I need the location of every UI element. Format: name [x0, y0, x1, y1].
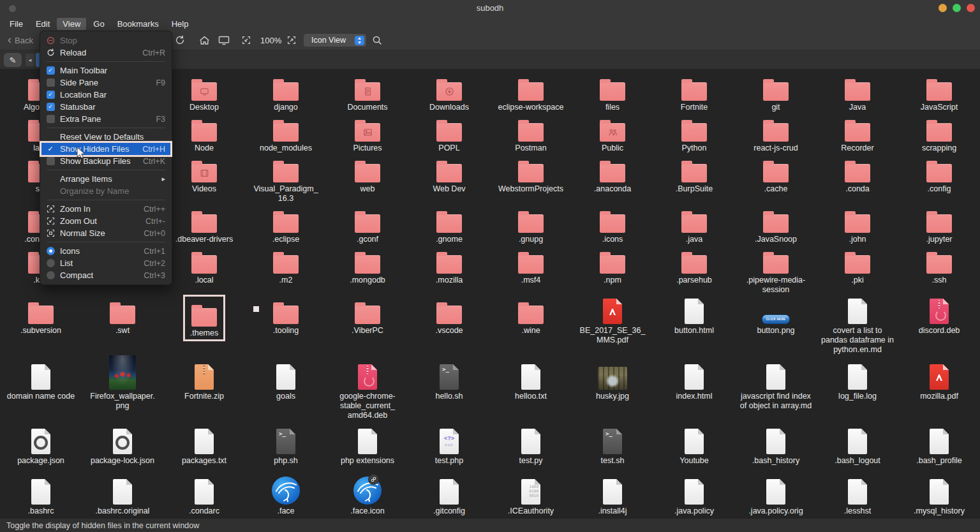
- menu-item-list[interactable]: ListCtrl+2: [40, 257, 172, 269]
- file-item[interactable]: .gnupg: [490, 209, 572, 249]
- file-item[interactable]: husky.jpg: [572, 360, 653, 425]
- file-item[interactable]: Node: [163, 117, 245, 158]
- file-item[interactable]: .bashrc.original: [82, 475, 163, 518]
- file-item[interactable]: .mysql_history: [898, 475, 980, 518]
- file-item[interactable]: WebstormProjects: [490, 158, 572, 209]
- file-item[interactable]: .bash_history: [735, 425, 817, 475]
- file-item[interactable]: JavaScript: [898, 77, 980, 117]
- file-item[interactable]: Web Dev: [408, 158, 490, 209]
- file-item[interactable]: .swt: [82, 295, 163, 360]
- file-item[interactable]: .config: [898, 158, 980, 209]
- menu-item-show-backup-files[interactable]: Show Backup FilesCtrl+K: [40, 155, 172, 167]
- file-item[interactable]: .condarc: [163, 475, 245, 518]
- file-item[interactable]: .JavaSnoop: [735, 209, 817, 249]
- menu-item-show-hidden-files[interactable]: ✓Show Hidden FilesCtrl+H: [40, 143, 172, 155]
- file-item[interactable]: packages.txt: [163, 425, 245, 475]
- file-item[interactable]: >_hello.sh: [408, 360, 490, 425]
- file-item[interactable]: Public: [572, 117, 653, 158]
- menu-item-arrange-items[interactable]: Arrange Items▸: [40, 173, 172, 185]
- reload-button[interactable]: [175, 31, 185, 50]
- menu-item-extra-pane[interactable]: Extra PaneF3: [40, 113, 172, 125]
- file-item[interactable]: POPL: [408, 117, 490, 158]
- menu-item-location-bar[interactable]: ✓Location Bar: [40, 89, 172, 101]
- file-item[interactable]: django: [245, 77, 327, 117]
- file-item[interactable]: git: [735, 77, 817, 117]
- file-item[interactable]: .BurpSuite: [653, 158, 735, 209]
- file-item[interactable]: BE_2017_SE_36_MMS.pdf: [572, 295, 653, 360]
- file-item[interactable]: Downloads: [408, 77, 490, 117]
- file-item[interactable]: mozilla.pdf: [898, 360, 980, 425]
- file-item[interactable]: .gconf: [327, 209, 408, 249]
- file-item[interactable]: .ViberPC: [327, 295, 408, 360]
- minimize-button[interactable]: [939, 4, 947, 12]
- file-item[interactable]: .bashrc: [0, 475, 82, 518]
- file-item[interactable]: .john: [817, 209, 898, 249]
- file-item[interactable]: Youtube: [653, 425, 735, 475]
- file-item[interactable]: package.json: [0, 425, 82, 475]
- file-item[interactable]: .install4j: [572, 475, 653, 518]
- menu-item-statusbar[interactable]: ✓Statusbar: [40, 101, 172, 113]
- menu-item-stop[interactable]: Stop: [40, 34, 172, 47]
- file-item[interactable]: scrapping: [898, 117, 980, 158]
- menu-item-reset-view-to-defaults[interactable]: Reset View to Defaults: [40, 131, 172, 143]
- file-item[interactable]: .mongodb: [327, 249, 408, 295]
- file-item[interactable]: google-chrome-stable_current_amd64.deb: [327, 360, 408, 425]
- file-item[interactable]: Fortnite.zip: [163, 360, 245, 425]
- file-item[interactable]: Fortnite: [653, 77, 735, 117]
- file-item[interactable]: javascript find indexof object in array.…: [735, 360, 817, 425]
- file-item[interactable]: .pipewire-media-session: [735, 249, 817, 295]
- close-button[interactable]: [967, 4, 975, 12]
- file-item[interactable]: .dbeaver-drivers: [163, 209, 245, 249]
- desktop-button[interactable]: [218, 31, 230, 50]
- file-item[interactable]: Documents: [327, 77, 408, 117]
- file-item[interactable]: goals: [245, 360, 327, 425]
- file-item[interactable]: .mozilla: [408, 249, 490, 295]
- menu-item-zoom-in[interactable]: Zoom InCtrl++: [40, 203, 172, 215]
- menu-item-reload[interactable]: ReloadCtrl+R: [40, 47, 172, 59]
- file-item[interactable]: Postman: [490, 117, 572, 158]
- menu-item-side-pane[interactable]: Side PaneF9: [40, 77, 172, 89]
- file-item[interactable]: .subversion: [0, 295, 82, 360]
- file-item[interactable]: CLICK HEREbutton.png: [735, 295, 817, 360]
- file-item[interactable]: react-js-crud: [735, 117, 817, 158]
- file-item[interactable]: .gnome: [408, 209, 490, 249]
- file-item[interactable]: domain name code: [0, 360, 82, 425]
- file-item[interactable]: .eclipse: [245, 209, 327, 249]
- file-item[interactable]: <?>PHPtest.php: [408, 425, 490, 475]
- file-item[interactable]: .m2: [245, 249, 327, 295]
- menu-item-organize-by-name[interactable]: Organize by Name: [40, 185, 172, 197]
- menu-item-normal-size[interactable]: Normal SizeCtrl+0: [40, 227, 172, 239]
- file-item[interactable]: .face.icon: [327, 475, 408, 518]
- file-item[interactable]: button.html: [653, 295, 735, 360]
- file-item[interactable]: .parsehub: [653, 249, 735, 295]
- file-item[interactable]: files: [572, 77, 653, 117]
- file-item[interactable]: .npm: [572, 249, 653, 295]
- file-item[interactable]: Firefox_wallpaper.png: [82, 360, 163, 425]
- file-item[interactable]: .java.policy.orig: [735, 475, 817, 518]
- menu-item-compact[interactable]: CompactCtrl+3: [40, 269, 172, 281]
- file-item[interactable]: Python: [653, 117, 735, 158]
- file-item[interactable]: helloo.txt: [490, 360, 572, 425]
- file-item[interactable]: .msf4: [490, 249, 572, 295]
- file-item[interactable]: .icons: [572, 209, 653, 249]
- menubar-view[interactable]: View: [57, 18, 86, 30]
- file-item[interactable]: .vscode: [408, 295, 490, 360]
- file-item[interactable]: .gitconfig: [408, 475, 490, 518]
- file-item[interactable]: Recorder: [817, 117, 898, 158]
- zoom-in-button[interactable]: [287, 31, 296, 50]
- zoom-out-button[interactable]: [242, 31, 251, 50]
- file-item[interactable]: Desktop: [163, 77, 245, 117]
- file-item[interactable]: 100001000010.ICEauthority: [490, 475, 572, 518]
- view-mode-dropdown[interactable]: Icon View: [304, 34, 366, 47]
- file-item[interactable]: .wine: [490, 295, 572, 360]
- scroll-breadcrumb-left-button[interactable]: ◂: [26, 54, 34, 66]
- menu-item-zoom-out[interactable]: Zoom OutCtrl+-: [40, 215, 172, 227]
- file-item[interactable]: package-lock.json: [82, 425, 163, 475]
- file-item[interactable]: log_file.log: [817, 360, 898, 425]
- file-item[interactable]: .anaconda: [572, 158, 653, 209]
- menubar-go[interactable]: Go: [87, 18, 110, 30]
- file-item[interactable]: eclipse-workspace: [490, 77, 572, 117]
- maximize-button[interactable]: [953, 4, 961, 12]
- file-item[interactable]: >_php.sh: [245, 425, 327, 475]
- file-item[interactable]: .java.policy: [653, 475, 735, 518]
